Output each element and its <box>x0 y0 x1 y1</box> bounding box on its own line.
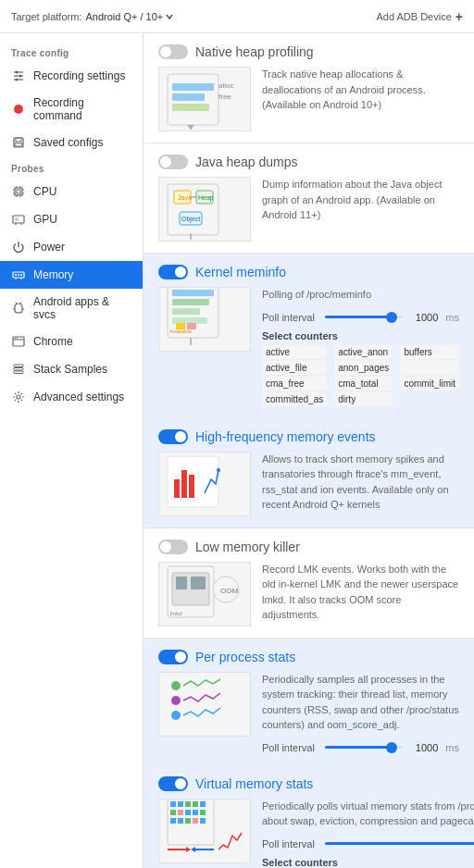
counter-anon-pages[interactable]: anon_pages <box>334 361 393 375</box>
sidebar-item-cpu[interactable]: CPU <box>0 178 143 205</box>
svg-rect-38 <box>14 365 23 367</box>
sidebar-item-saved-configs[interactable]: Saved configs <box>0 129 143 156</box>
add-adb-device-button[interactable]: Add ADB Device + <box>376 9 463 24</box>
sidebar-item-recording-settings[interactable]: Recording settings <box>0 62 143 90</box>
probe-per-process-body: Periodically samples all processes in th… <box>158 672 459 753</box>
probe-kernel-meminfo-body: Available Polling of /proc/meminfo Poll … <box>158 287 459 406</box>
svg-marker-102 <box>191 847 195 852</box>
save-icon <box>11 135 26 150</box>
high-freq-title: High-frequency memory events <box>195 429 376 444</box>
counter-dirty[interactable]: dirty <box>334 392 393 406</box>
per-process-toggle[interactable] <box>158 650 188 664</box>
sidebar-item-advanced-settings[interactable]: Advanced settings <box>0 383 143 411</box>
per-process-poll-slider[interactable] <box>325 746 403 749</box>
sidebar-item-label: Power <box>33 241 65 254</box>
svg-text:Java: Java <box>178 194 192 201</box>
svg-rect-76 <box>191 577 206 589</box>
content-area: Native heap profiling alloc free Tra <box>143 33 474 868</box>
sidebar-item-recording-command[interactable]: Recording command <box>0 90 143 129</box>
svg-rect-63 <box>172 317 207 324</box>
svg-rect-39 <box>14 368 23 371</box>
kernel-meminfo-title: Kernel meminfo <box>195 265 286 279</box>
counter-active-anon[interactable]: active_anon <box>334 345 393 359</box>
sidebar-item-label: Recording command <box>33 96 131 122</box>
virtual-memory-toggle[interactable] <box>158 776 188 791</box>
native-heap-desc: Track native heap allocations & dealloca… <box>262 67 459 131</box>
java-heap-toggle[interactable] <box>158 155 188 169</box>
kernel-meminfo-toggle[interactable] <box>158 265 188 279</box>
poll-slider[interactable] <box>325 316 403 318</box>
svg-rect-10 <box>15 188 22 195</box>
low-memory-toggle[interactable] <box>158 539 188 554</box>
platform-select[interactable]: Android Q+ / 10+ <box>85 11 174 22</box>
probe-java-heap-header: Java heap dumps <box>158 155 459 169</box>
per-process-illustration <box>158 672 251 737</box>
slider-thumb <box>386 742 397 753</box>
svg-rect-26 <box>18 274 19 276</box>
per-process-title: Per process stats <box>195 650 295 664</box>
svg-text:Heap: Heap <box>198 194 214 202</box>
low-memory-desc: Record LMK events. Works both with the o… <box>262 562 459 626</box>
svg-rect-94 <box>170 818 176 824</box>
poll-interval-label: Poll interval <box>262 312 318 323</box>
svg-rect-60 <box>172 290 214 296</box>
native-heap-toggle[interactable] <box>158 44 188 59</box>
counter-committed-as[interactable]: committed_as <box>262 392 327 406</box>
svg-rect-90 <box>178 810 183 815</box>
sidebar: Trace config Recording settings Recordin… <box>0 33 143 868</box>
probe-virtual-memory: Virtual memory stats <box>143 765 474 869</box>
sidebar-item-android-apps[interactable]: Android apps & svcs <box>0 289 143 328</box>
virtual-memory-poll-slider[interactable] <box>325 842 474 845</box>
probe-kernel-meminfo-right: Polling of /proc/meminfo Poll interval 1… <box>262 287 459 406</box>
sidebar-item-stack-samples[interactable]: Stack Samples <box>0 355 143 383</box>
svg-point-36 <box>15 338 16 339</box>
svg-point-72 <box>217 468 220 472</box>
svg-point-5 <box>16 79 19 81</box>
slider-fill <box>325 746 392 749</box>
per-process-poll-label: Poll interval <box>262 742 318 753</box>
svg-line-31 <box>20 303 22 304</box>
probe-native-heap-body: alloc free Track native heap allocations… <box>158 67 459 131</box>
sidebar-item-chrome[interactable]: Chrome <box>0 328 143 355</box>
svg-rect-70 <box>181 470 187 498</box>
slider-thumb <box>386 312 397 323</box>
counter-active-file[interactable]: active_file <box>262 361 327 375</box>
native-heap-title: Native heap profiling <box>195 44 314 59</box>
virtual-memory-poll-row: Poll interval 1000 ms <box>262 838 474 849</box>
native-heap-illustration: alloc free <box>158 67 251 131</box>
sidebar-item-memory[interactable]: Memory <box>0 261 143 289</box>
sidebar-item-power[interactable]: Power <box>0 233 143 261</box>
poll-unit: ms <box>445 312 459 323</box>
svg-rect-97 <box>193 818 198 824</box>
counter-buffers[interactable]: buffers <box>400 345 459 359</box>
probe-high-freq: High-frequency memory events Allow <box>143 418 474 528</box>
counter-commit-limit[interactable]: commit_limit <box>400 377 459 391</box>
counters-section: Select counters active active_anon buffe… <box>262 330 459 406</box>
probe-high-freq-header: High-frequency memory events <box>158 429 459 444</box>
counter-active[interactable]: active <box>262 345 327 359</box>
counter-cma-total[interactable]: cma_total <box>334 377 393 391</box>
svg-rect-93 <box>200 810 206 815</box>
cpu-icon <box>11 184 26 199</box>
stack-icon <box>11 362 26 377</box>
svg-rect-66 <box>187 323 196 329</box>
per-process-desc: Periodically samples all processes in th… <box>262 672 459 733</box>
virtual-memory-poll-label: Poll interval <box>262 838 318 849</box>
high-freq-illustration <box>158 452 251 516</box>
svg-rect-21 <box>15 217 19 221</box>
probe-per-process-header: Per process stats <box>158 650 459 664</box>
probe-native-heap: Native heap profiling alloc free Tra <box>143 33 474 143</box>
virtual-memory-desc: Periodically polls virtual memory stats … <box>262 799 474 829</box>
svg-rect-96 <box>185 818 191 824</box>
counter-cma-free[interactable]: cma_free <box>262 377 327 391</box>
svg-rect-88 <box>200 801 206 807</box>
svg-rect-11 <box>17 190 20 193</box>
sidebar-item-gpu[interactable]: GPU <box>0 205 143 233</box>
per-process-poll-row: Poll interval 1000 ms <box>262 742 459 753</box>
high-freq-toggle[interactable] <box>158 429 188 444</box>
svg-rect-61 <box>172 299 209 305</box>
counter-cached[interactable] <box>400 361 459 375</box>
per-process-poll-unit: ms <box>445 742 459 753</box>
probe-low-memory-body: lmkd OOM Record LMK events. Works both w… <box>158 562 459 626</box>
per-process-poll-value: 1000 <box>410 742 438 753</box>
